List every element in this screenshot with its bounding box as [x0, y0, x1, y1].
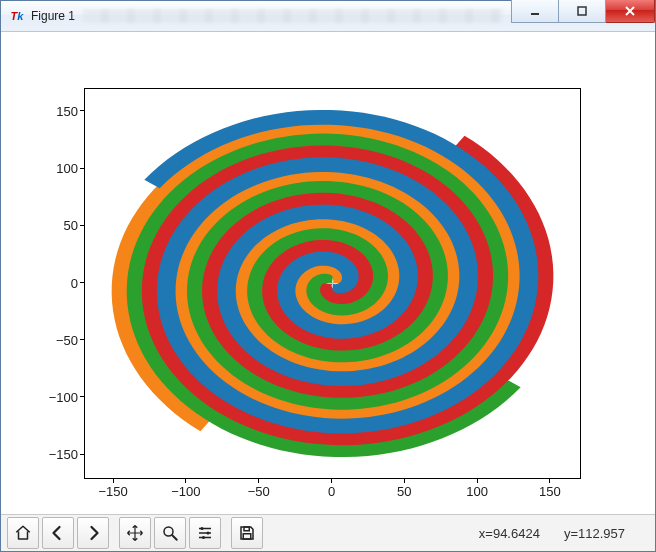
window-buttons	[511, 1, 655, 31]
matplotlib-toolbar: x=94.6424 y=112.957	[1, 514, 655, 551]
back-button[interactable]	[42, 517, 74, 549]
pan-button[interactable]	[119, 517, 151, 549]
svg-rect-12	[244, 527, 249, 531]
zoom-button[interactable]	[154, 517, 186, 549]
xtick-label: 50	[384, 484, 424, 499]
plot-canvas[interactable]: −150−100−50050100150−150−100−50050100150	[1, 32, 655, 514]
axes	[84, 88, 581, 479]
status-y: y=112.957	[564, 526, 625, 541]
xtick-label: −150	[93, 484, 133, 499]
ytick-label: 100	[8, 161, 78, 176]
figure-window: Tk Figure 1 −150−100−50050100150−150−100…	[0, 0, 656, 552]
home-button[interactable]	[7, 517, 39, 549]
ytick-label: 0	[8, 275, 78, 290]
configure-button[interactable]	[189, 517, 221, 549]
titlebar-blur	[83, 9, 503, 23]
ytick-label: −100	[8, 389, 78, 404]
spiral-plot	[85, 89, 580, 478]
ytick-label: −150	[8, 447, 78, 462]
forward-button[interactable]	[77, 517, 109, 549]
ytick-label: 50	[8, 218, 78, 233]
xtick-label: 150	[530, 484, 570, 499]
minimize-button[interactable]	[511, 0, 559, 23]
xtick-label: −100	[166, 484, 206, 499]
titlebar[interactable]: Tk Figure 1	[1, 1, 655, 32]
xtick-label: 0	[312, 484, 352, 499]
status-x: x=94.6424	[479, 526, 540, 541]
svg-rect-1	[578, 7, 586, 15]
tk-icon: Tk	[9, 8, 25, 24]
xtick-label: 100	[457, 484, 497, 499]
svg-line-5	[172, 535, 177, 540]
window-title: Figure 1	[31, 9, 75, 23]
svg-point-11	[202, 536, 205, 539]
svg-rect-13	[243, 534, 251, 539]
xtick-label: −50	[239, 484, 279, 499]
svg-point-10	[207, 532, 210, 535]
save-button[interactable]	[231, 517, 263, 549]
svg-point-9	[201, 527, 204, 530]
ytick-label: −50	[8, 332, 78, 347]
close-button[interactable]	[606, 0, 655, 23]
ytick-label: 150	[8, 103, 78, 118]
maximize-button[interactable]	[559, 0, 606, 23]
cursor-status: x=94.6424 y=112.957	[479, 526, 649, 541]
